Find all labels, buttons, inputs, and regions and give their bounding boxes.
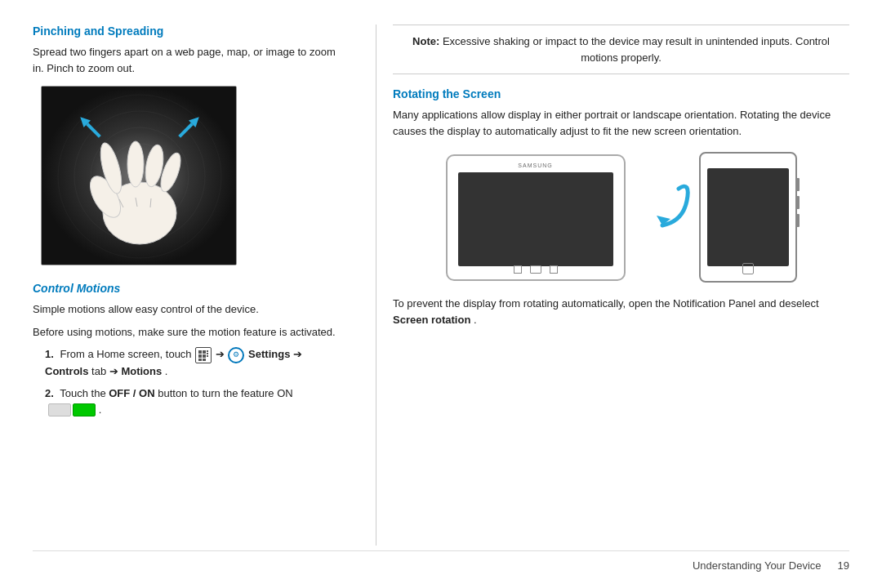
content-area: Pinching and Spreading Spread two finger… [33, 24, 849, 546]
control-motions-heading: Control Motions [33, 282, 343, 295]
step1-period: . [165, 365, 168, 377]
svg-rect-24 [203, 359, 206, 361]
grid-icon [195, 347, 212, 363]
toggle-off [48, 403, 71, 416]
side-button-1 [795, 178, 800, 191]
footer-page-number: 19 [838, 559, 849, 572]
tablet-landscape-screen [458, 172, 613, 266]
rotate-note-text: To prevent the display from rotating aut… [393, 296, 849, 327]
control-text2: Before using motions, make sure the moti… [33, 324, 343, 341]
side-button-3 [795, 214, 800, 227]
pinch-illustration [41, 86, 237, 265]
tablet-bottom-buttons [514, 265, 558, 274]
control-motions-section: Control Motions Simple motions allow eas… [33, 282, 343, 417]
toggle-on [73, 403, 96, 416]
step2-prefix: Touch the [60, 387, 105, 399]
rotation-arrow-container [634, 176, 691, 258]
tablet-side-buttons [795, 178, 800, 227]
note-box: Note: Excessive shaking or impact to the… [393, 24, 849, 74]
toggle-wrapper [48, 403, 96, 416]
pinching-text: Spread two fingers apart on a web page, … [33, 44, 343, 76]
side-button-2 [795, 196, 800, 209]
page-footer: Understanding Your Device 19 [33, 550, 849, 572]
step2-off-on-label: OFF / ON [109, 387, 154, 399]
numbered-list: 1. From a Home screen, touch [33, 346, 343, 417]
footer-label: Understanding Your Device [693, 559, 822, 572]
step1: 1. From a Home screen, touch [45, 346, 343, 379]
tablet-menu-button [550, 265, 558, 274]
svg-rect-27 [207, 355, 208, 357]
step1-settings-label: Settings [248, 348, 293, 360]
step2: 2. Touch the OFF / ON button to turn the… [45, 385, 343, 417]
svg-rect-21 [198, 354, 202, 358]
svg-rect-20 [203, 350, 206, 354]
samsung-label: SAMSUNG [518, 163, 552, 168]
rotating-heading: Rotating the Screen [393, 87, 849, 100]
note-text: Excessive shaking or impact to the devic… [443, 35, 830, 64]
tablet-landscape: SAMSUNG [446, 154, 626, 281]
pinching-heading: Pinching and Spreading [33, 24, 343, 38]
portrait-home-button [742, 263, 754, 274]
rotate-note-prefix: To prevent the display from rotating aut… [393, 297, 819, 310]
page-container: Pinching and Spreading Spread two finger… [0, 0, 882, 588]
rotation-arrow-svg [634, 176, 691, 258]
step1-num: 1. [45, 348, 54, 360]
svg-point-13 [127, 141, 144, 187]
settings-gear-icon: ⚙ [228, 347, 244, 363]
svg-rect-25 [207, 350, 208, 352]
svg-rect-26 [207, 353, 208, 354]
left-column: Pinching and Spreading Spread two finger… [33, 24, 343, 546]
tablet-back-button [514, 265, 522, 274]
control-text1: Simple motions allow easy control of the… [33, 301, 343, 318]
pinch-svg [42, 87, 237, 265]
tablet-portrait [699, 152, 797, 283]
rotation-illustration: SAMSUNG [393, 152, 849, 283]
toggle-period: . [99, 403, 102, 416]
step1-arrow1: ➔ [216, 348, 228, 360]
tablet-home-button [530, 265, 541, 274]
tablet-portrait-screen [707, 168, 789, 266]
step1-arrow2: ➔ [293, 348, 302, 360]
right-column: Note: Excessive shaking or impact to the… [376, 24, 849, 546]
step1-prefix: From a Home screen, touch [60, 348, 191, 360]
step1-controls-label: Controls [45, 365, 88, 377]
screen-rotation-label: Screen rotation [393, 314, 470, 326]
step2-num: 2. [45, 387, 54, 399]
svg-rect-23 [198, 359, 202, 361]
note-label: Note: [412, 35, 439, 47]
svg-rect-19 [198, 350, 202, 354]
step2-suffix: button to turn the feature ON [158, 387, 293, 399]
rotate-note-end: . [474, 314, 477, 326]
step1-tab-label: tab ➔ [91, 365, 121, 377]
svg-rect-22 [203, 354, 206, 358]
rotating-section: Rotating the Screen Many applications al… [393, 87, 849, 327]
rotating-text: Many applications allow display in eithe… [393, 107, 849, 139]
step1-motions-label: Motions [121, 365, 162, 377]
pinching-section: Pinching and Spreading Spread two finger… [33, 24, 343, 265]
